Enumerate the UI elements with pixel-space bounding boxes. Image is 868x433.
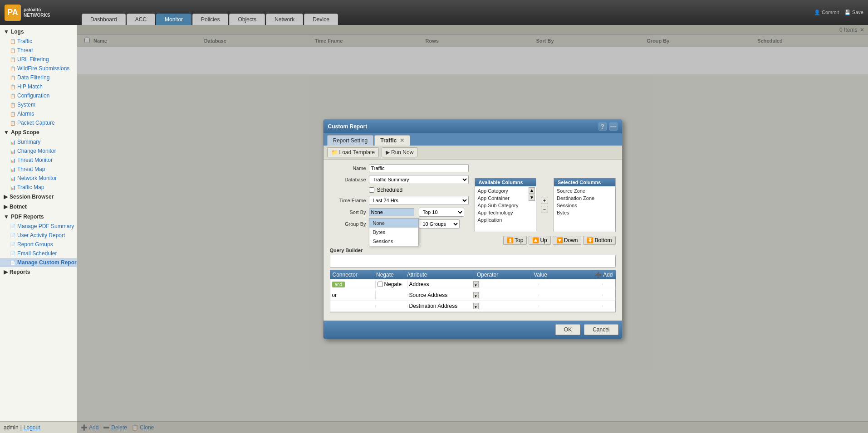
attribute-value: Address <box>409 281 429 287</box>
timeframe-select[interactable]: Last 24 Hrs <box>369 196 469 205</box>
selected-columns-panel: Selected Columns Source Zone Destination… <box>554 178 616 232</box>
sort-order-select[interactable]: Top 10 <box>419 208 464 217</box>
sidebar-section-pdf-reports[interactable]: ▼ PDF Reports <box>0 212 77 222</box>
sidebar-item-system[interactable]: 📋 System <box>0 100 77 109</box>
sidebar-item-threat-map[interactable]: 📊 Threat Map <box>0 165 77 174</box>
avail-col-item[interactable]: Application <box>475 216 536 224</box>
name-input[interactable] <box>369 164 469 172</box>
col-bottom-button[interactable]: ⏬ Bottom <box>583 236 615 245</box>
sidebar-item-url-filtering[interactable]: 📋 URL Filtering <box>0 55 77 64</box>
avail-col-item[interactable]: App Category <box>475 187 536 195</box>
tab-policies[interactable]: Policies <box>192 14 228 25</box>
ok-button[interactable]: OK <box>555 324 580 335</box>
selected-columns-body: Source Zone Destination Zone Sessions By… <box>554 186 615 232</box>
sort-option-bytes[interactable]: Bytes <box>369 228 418 237</box>
sidebar-item-threat-monitor[interactable]: 📊 Threat Monitor <box>0 156 77 165</box>
sort-option-sessions[interactable]: Sessions <box>369 237 418 246</box>
sidebar-item-wildfire[interactable]: 📋 WildFire Submissions <box>0 64 77 73</box>
triangle-icon: ▶ <box>4 194 8 200</box>
query-builder-display[interactable] <box>330 255 616 268</box>
tab-device[interactable]: Device <box>304 14 338 25</box>
topbar: PA paloaltoNETWORKS Dashboard ACC Monito… <box>0 0 868 25</box>
sidebar-item-manage-pdf-summary[interactable]: 📄 Manage PDF Summary <box>0 222 77 231</box>
scheduled-checkbox[interactable] <box>369 187 374 193</box>
tab-network[interactable]: Network <box>266 14 303 25</box>
tab-monitor[interactable]: Monitor <box>156 14 191 25</box>
table-row: and Negate Address ▲ ▼ <box>330 279 615 290</box>
modal-title-icons: ? — <box>598 122 618 131</box>
sidebar-item-manage-custom-reports[interactable]: 📄 Manage Custom Reports <box>0 258 77 267</box>
tab-close-icon[interactable]: ✕ <box>400 137 404 144</box>
query-builder-section: Query Builder Connector Negate Attribute… <box>330 248 616 312</box>
sidebar-item-alarms[interactable]: 📋 Alarms <box>0 109 77 118</box>
tab-report-setting[interactable]: Report Setting <box>327 135 374 146</box>
add-row-button[interactable]: ➕ Add <box>595 271 613 278</box>
log-icon: 📋 <box>10 84 15 89</box>
attr-scroll-down[interactable]: ▼ <box>473 305 479 309</box>
col-bottom-icon: ⏬ <box>587 237 593 243</box>
qb-col-negate: Negate <box>373 270 404 279</box>
tab-dashboard[interactable]: Dashboard <box>82 14 126 25</box>
group-count-select[interactable]: 10 Groups <box>419 219 460 229</box>
doc-icon: 📄 <box>10 224 15 229</box>
attr-scroll-down[interactable]: ▼ <box>473 294 479 298</box>
sidebar-item-hip-match[interactable]: 📋 HIP Match <box>0 82 77 91</box>
col-up-button[interactable]: 🔼 Up <box>529 236 550 245</box>
sidebar-section-reports[interactable]: ▶ Reports <box>0 267 77 277</box>
database-select[interactable]: Traffic Summary <box>369 175 469 184</box>
sort-by-input[interactable] <box>369 208 414 216</box>
sidebar-item-user-activity-report[interactable]: 📄 User Activity Report <box>0 231 77 240</box>
avail-scroll-up[interactable]: ▲ <box>529 187 535 194</box>
attr-scroll-down[interactable]: ▼ <box>473 283 479 287</box>
sidebar-item-data-filtering[interactable]: 📋 Data Filtering <box>0 73 77 82</box>
logout-link[interactable]: Logout <box>24 424 40 431</box>
connector-and-button[interactable]: and <box>332 282 345 287</box>
sidebar-item-threat[interactable]: 📋 Threat <box>0 46 77 55</box>
commit-button[interactable]: 👤 Commit <box>814 10 839 15</box>
avail-col-item[interactable]: App Technology <box>475 209 536 216</box>
minimize-icon[interactable]: — <box>609 122 618 131</box>
sidebar-section-logs[interactable]: ▼ Logs <box>0 27 77 37</box>
avail-col-item[interactable]: App Sub Category <box>475 202 536 209</box>
sort-option-none[interactable]: None <box>369 219 418 228</box>
table-row: Destination Address ▲ ▼ <box>330 301 615 312</box>
load-template-button[interactable]: 📁 Load Template <box>327 147 379 157</box>
help-icon[interactable]: ? <box>598 122 607 131</box>
negate-checkbox[interactable] <box>378 282 383 287</box>
sidebar-item-network-monitor[interactable]: 📊 Network Monitor <box>0 174 77 183</box>
cancel-button[interactable]: Cancel <box>584 324 618 335</box>
sidebar-item-report-groups[interactable]: 📄 Report Groups <box>0 240 77 249</box>
col-down-button[interactable]: 🔽 Down <box>553 236 582 245</box>
sel-col-item[interactable]: Bytes <box>554 209 615 216</box>
table-row: or Source Address ▲ ▼ <box>330 290 615 301</box>
sidebar-item-packet-capture[interactable]: 📋 Packet Capture <box>0 118 77 127</box>
move-right-button[interactable]: + <box>541 197 548 204</box>
sidebar-item-traffic[interactable]: 📋 Traffic <box>0 37 77 46</box>
modal-title: Custom Report <box>328 123 368 130</box>
sidebar-item-traffic-map[interactable]: 📊 Traffic Map <box>0 183 77 192</box>
tab-traffic[interactable]: Traffic ✕ <box>374 135 410 146</box>
chart-icon: 📊 <box>10 140 15 145</box>
attribute-cell: Address ▲ ▼ <box>407 280 480 288</box>
sidebar-item-configuration[interactable]: 📋 Configuration <box>0 91 77 100</box>
sel-col-item[interactable]: Destination Zone <box>554 195 615 202</box>
tab-acc[interactable]: ACC <box>127 14 155 25</box>
save-button[interactable]: 💾 Save <box>844 10 863 15</box>
run-now-button[interactable]: ▶ Run Now <box>382 147 417 157</box>
connector-cell <box>330 305 376 307</box>
sidebar-section-botnet[interactable]: ▶ Botnet <box>0 202 77 212</box>
triangle-icon: ▶ <box>4 269 8 275</box>
database-label: Database <box>330 177 366 182</box>
sidebar-item-summary[interactable]: 📊 Summary <box>0 137 77 146</box>
tab-objects[interactable]: Objects <box>229 14 265 25</box>
avail-col-item[interactable]: App Container <box>475 195 536 202</box>
sel-col-item[interactable]: Source Zone <box>554 187 615 195</box>
sel-col-item[interactable]: Sessions <box>554 202 615 209</box>
sidebar-item-email-scheduler[interactable]: 📄 Email Scheduler <box>0 249 77 258</box>
col-top-button[interactable]: ⏫ Top <box>503 236 527 245</box>
move-left-button[interactable]: − <box>541 206 548 213</box>
avail-scroll-down[interactable]: ▼ <box>529 195 535 201</box>
sidebar-section-session-browser[interactable]: ▶ Session Browser <box>0 192 77 202</box>
sidebar-section-appscope[interactable]: ▼ App Scope <box>0 127 77 137</box>
sidebar-item-change-monitor[interactable]: 📊 Change Monitor <box>0 146 77 156</box>
